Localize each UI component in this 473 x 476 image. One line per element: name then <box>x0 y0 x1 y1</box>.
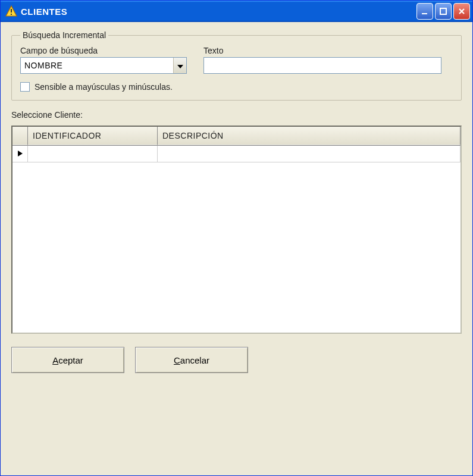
svg-marker-5 <box>177 65 183 68</box>
chevron-down-icon <box>177 61 183 70</box>
cell-id[interactable] <box>28 146 158 162</box>
search-field-combo[interactable] <box>20 57 187 74</box>
combo-dropdown-button[interactable] <box>173 58 186 73</box>
table-header-id[interactable]: IDENTIFICADOR <box>28 127 158 145</box>
window-controls <box>416 3 470 20</box>
search-text-block: Texto <box>203 46 441 74</box>
case-checkbox[interactable] <box>20 82 30 92</box>
table-body[interactable] <box>12 146 461 333</box>
minimize-button[interactable] <box>416 3 433 20</box>
cell-desc[interactable] <box>158 146 461 162</box>
search-text-label: Texto <box>203 46 441 55</box>
accept-button[interactable]: Aceptar <box>11 347 124 373</box>
button-row: Aceptar Cancelar <box>11 347 462 373</box>
svg-rect-3 <box>422 13 427 14</box>
client-table: IDENTIFICADOR DESCRIPCIÓN <box>11 126 462 334</box>
search-text-input[interactable] <box>203 57 441 74</box>
search-field-input[interactable] <box>21 58 173 73</box>
maximize-button[interactable] <box>435 3 452 20</box>
window-clientes: CLIENTES Búsqueda Incremental Campo de b… <box>0 0 473 476</box>
search-group-legend: Búsqueda Incremental <box>20 30 108 40</box>
content-area: Búsqueda Incremental Campo de búsqueda <box>1 22 472 475</box>
table-header-row: IDENTIFICADOR DESCRIPCIÓN <box>12 127 461 146</box>
row-indicator-icon <box>17 149 23 159</box>
search-group: Búsqueda Incremental Campo de búsqueda <box>11 30 462 101</box>
svg-rect-1 <box>11 9 12 12</box>
table-header-desc[interactable]: DESCRIPCIÓN <box>158 127 461 145</box>
svg-rect-2 <box>11 14 12 15</box>
case-checkbox-label: Sensible a mayúsculas y minúsculas. <box>35 82 173 92</box>
search-field-block: Campo de búsqueda <box>20 46 187 74</box>
table-header-selector <box>12 127 28 145</box>
row-indicator-cell <box>12 146 28 162</box>
cancel-button[interactable]: Cancelar <box>135 347 248 373</box>
svg-rect-4 <box>440 8 446 14</box>
close-button[interactable] <box>453 3 470 20</box>
window-title: CLIENTES <box>21 7 416 17</box>
list-section-label: Seleccione Cliente: <box>11 110 462 120</box>
warning-icon <box>5 5 17 17</box>
case-check-row: Sensible a mayúsculas y minúsculas. <box>20 82 453 92</box>
titlebar: CLIENTES <box>1 1 472 22</box>
search-row: Campo de búsqueda Texto <box>20 46 453 74</box>
table-row[interactable] <box>12 146 461 162</box>
search-field-label: Campo de búsqueda <box>20 46 187 55</box>
svg-marker-6 <box>18 151 23 156</box>
